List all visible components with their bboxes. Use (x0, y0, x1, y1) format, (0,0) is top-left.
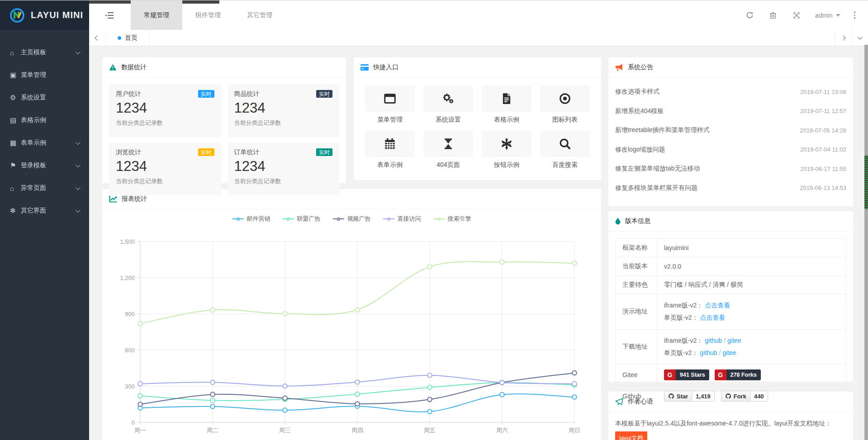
gitee-logo-icon: G (664, 369, 676, 380)
tab-home[interactable]: 首页 (106, 30, 150, 46)
quick-item-table-demo[interactable]: 表格示例 (482, 85, 531, 124)
download-gitee-link[interactable]: gitee (727, 337, 741, 344)
notice-date: 2019-06-17 11:55 (800, 166, 846, 172)
download-github-link[interactable]: github (700, 349, 717, 356)
calendar-icon: ▦ (10, 139, 21, 147)
page-tabbar: 首页 (89, 30, 868, 46)
scrollbar-thumb[interactable] (864, 155, 868, 209)
notice-row: 修复多模块菜单栏展开有问题2019-06-13 14:53 (615, 179, 846, 198)
home-icon: ⌂ (10, 185, 21, 192)
stat-value: 1234 (116, 158, 214, 175)
nav-tab-other[interactable]: 其它管理 (234, 0, 285, 30)
sidebar-item-home-template[interactable]: ⌂主页模板 (0, 41, 89, 64)
sidebar-item-other-ui[interactable]: ✻其它界面 (0, 199, 89, 222)
github-octocat-icon (668, 393, 674, 399)
search-icon (558, 137, 572, 151)
stat-value: 1234 (234, 158, 333, 175)
chevron-right-icon (840, 35, 845, 40)
svg-text:300: 300 (125, 383, 135, 390)
quick-item-button-demo[interactable]: 按钮示例 (482, 131, 531, 169)
snowflake-icon: ✻ (10, 207, 21, 215)
sidebar-item-menu-manage[interactable]: ▣菜单管理 (0, 64, 89, 86)
panel-system-notice: 系统公告 修改选项卡样式2019-07-11 23:06 新增系统404模板20… (608, 57, 853, 206)
legend-marker-icon (237, 218, 240, 221)
asterisk-icon (500, 137, 513, 151)
paper-plane-icon (615, 398, 623, 406)
realtime-badge: 实时 (316, 90, 332, 98)
realtime-badge: 实时 (198, 148, 214, 156)
panel-header: 数据统计 (102, 57, 346, 78)
sidebar-item-system-settings[interactable]: ⚙系统设置 (0, 86, 89, 109)
panel-version-info: 版本信息 框架名称layuimini 当前版本v2.0.0 主要特色零门槛 / … (608, 211, 853, 382)
chevron-down-icon (857, 34, 862, 39)
quick-item-system-settings[interactable]: 系统设置 (423, 85, 473, 124)
chevron-down-icon (76, 162, 81, 167)
header-actions: admin (741, 0, 859, 30)
panel-title: 快捷入口 (373, 63, 398, 71)
stat-card-views: 浏览统计实时 1234 当前分类总记录数 (109, 142, 221, 195)
user-dropdown[interactable]: admin (811, 0, 844, 30)
github-fork-button[interactable]: Fork 440 (721, 391, 768, 402)
legend-marker-icon (387, 218, 390, 221)
quick-item-form-demo[interactable]: 表单示例 (365, 131, 415, 169)
svg-text:900: 900 (125, 311, 135, 317)
layui-doc-badge[interactable]: layui文档 (615, 431, 647, 440)
sidebar-item-login-template[interactable]: ⚑登录模板 (0, 154, 89, 177)
legend-item[interactable]: 直接访问 (383, 215, 421, 223)
realtime-badge: 实时 (198, 90, 214, 98)
version-table: 框架名称layuimini 当前版本v2.0.0 主要特色零门槛 / 响应式 /… (615, 238, 846, 407)
nav-tab-general[interactable]: 常规管理 (131, 0, 182, 30)
quick-item-404-page[interactable]: 404页面 (423, 131, 473, 169)
logo[interactable]: LAYUI MINI (0, 0, 89, 30)
main-content: 数据统计 用户统计实时 1234 当前分类总记录数 商品统计实时 1234 当前… (89, 46, 868, 440)
gitee-forks-badge[interactable]: G278 Forks (715, 369, 761, 380)
clear-cache-button[interactable] (764, 0, 782, 30)
tabs-menu-button[interactable] (851, 30, 868, 46)
sidebar-item-table-demo[interactable]: ▤表格示例 (0, 109, 89, 132)
hourglass-icon (441, 137, 455, 151)
notice-row: 新增treetable插件和菜单管理样式2019-07-05 14:28 (615, 121, 846, 140)
gears-icon (441, 92, 455, 105)
scrollbar-track[interactable] (864, 45, 868, 440)
panel-header: 系统公告 (608, 57, 853, 78)
github-star-button[interactable]: Star 1,419 (664, 391, 715, 402)
svg-text:600: 600 (125, 347, 135, 354)
panel-data-stats: 数据统计 用户统计实时 1234 当前分类总记录数 商品统计实时 1234 当前… (102, 57, 346, 183)
table-row: 主要特色零门槛 / 响应式 / 清爽 / 极简 (616, 276, 846, 294)
layuimini-dashboard: LAYUI MINI ⌂主页模板 ▣菜单管理 ⚙系统设置 ▤表格示例 ▦表单示例… (0, 0, 868, 440)
legend-item[interactable]: 联盟广告 (283, 215, 321, 223)
quick-item-baidu-search[interactable]: 百度搜索 (540, 131, 590, 169)
framework-name: layuimini (657, 239, 846, 257)
sidebar-item-error-pages[interactable]: ⌂异常页面 (0, 177, 89, 199)
svg-text:周四: 周四 (351, 427, 363, 434)
quick-item-menu-manage[interactable]: 菜单管理 (365, 85, 415, 124)
legend-item[interactable]: 视频广告 (333, 215, 371, 223)
gitee-stars-badge[interactable]: G941 Stars (664, 369, 709, 380)
collapse-menu-button[interactable] (104, 10, 115, 20)
chevron-down-icon (76, 140, 81, 145)
layui-logo-icon (9, 7, 25, 24)
demo-iframe-link[interactable]: 点击查看 (705, 302, 730, 309)
stat-card-users: 用户统计实时 1234 当前分类总记录数 (109, 84, 221, 137)
fullscreen-button[interactable] (788, 0, 805, 30)
file-icon: ▤ (10, 116, 21, 124)
expand-arrows-icon (793, 12, 800, 19)
chevron-left-icon (95, 35, 100, 40)
download-gitee-link[interactable]: gitee (722, 349, 736, 356)
refresh-button[interactable] (741, 0, 758, 30)
more-menu-button[interactable] (850, 0, 859, 30)
quick-item-icon-list[interactable]: 图标列表 (540, 85, 590, 124)
nav-tab-components[interactable]: 组件管理 (182, 0, 234, 30)
demo-spa-link[interactable]: 点击查看 (700, 314, 725, 321)
home-icon: ⌂ (10, 49, 21, 57)
svg-text:周六: 周六 (496, 427, 508, 434)
sidebar-item-form-demo[interactable]: ▦表单示例 (0, 132, 89, 154)
download-github-link[interactable]: github (705, 337, 722, 344)
panel-report-chart: 报表统计 邮件营销 联盟广告 视频广告 直接访问 搜索引擎 0300600900… (102, 189, 601, 440)
legend-item[interactable]: 邮件营销 (232, 215, 270, 223)
github-fork-count: 440 (750, 391, 768, 402)
tabs-scroll-right-button[interactable] (835, 30, 851, 46)
legend-item[interactable]: 搜索引擎 (433, 215, 471, 223)
window-icon: ▣ (10, 71, 21, 79)
tabs-scroll-left-button[interactable] (89, 30, 106, 46)
